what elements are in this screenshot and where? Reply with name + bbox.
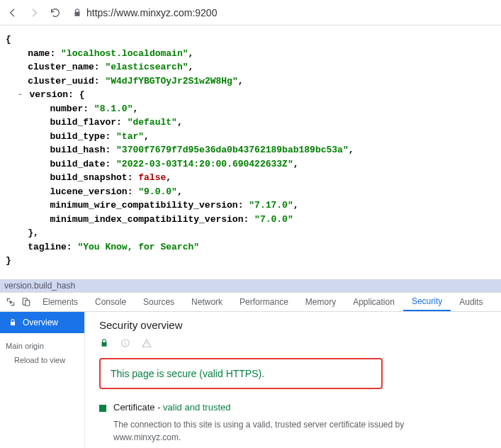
overview-label: Overview: [23, 318, 58, 327]
browser-toolbar: https://www.minxyz.com:9200: [0, 0, 501, 26]
inspect-icon[interactable]: [3, 297, 18, 307]
json-path-breadcrumb: version.build_hash: [0, 279, 501, 292]
url-port: :9200: [192, 7, 217, 18]
lock-icon: [72, 8, 82, 18]
sidebar-item-reload[interactable]: Reload to view: [0, 353, 84, 367]
lock-icon: [9, 318, 17, 327]
url-host: www.minxyz.com: [116, 7, 192, 18]
tab-performance[interactable]: Performance: [231, 293, 297, 311]
tab-memory[interactable]: Memory: [297, 293, 344, 311]
tab-security[interactable]: Security: [403, 293, 451, 311]
info-icon: [120, 338, 130, 348]
device-icon[interactable]: [18, 297, 34, 307]
json-viewer: { name: "localhost.localdomain", cluster…: [0, 26, 501, 279]
url-scheme: https://: [86, 7, 116, 18]
cert-prefix: Certificate -: [113, 402, 163, 413]
back-button[interactable]: [6, 6, 20, 20]
tab-audits[interactable]: Audits: [451, 293, 491, 311]
warning-icon: [142, 338, 152, 348]
secure-callout: This page is secure (valid HTTPS).: [99, 358, 383, 389]
lock-icon: [99, 338, 109, 348]
url-text: https://www.minxyz.com:9200: [86, 7, 217, 18]
security-body: Security overview This page is secure (v…: [85, 312, 501, 449]
forward-button[interactable]: [27, 6, 41, 20]
security-panel: Overview Main origin Reload to view Secu…: [0, 312, 501, 449]
svg-rect-5: [146, 342, 147, 344]
tab-sources[interactable]: Sources: [135, 293, 183, 311]
tab-network[interactable]: Network: [183, 293, 231, 311]
svg-point-3: [125, 340, 125, 341]
reload-button[interactable]: [48, 6, 62, 20]
certificate-row: Certificate - valid and trusted: [99, 402, 487, 413]
tab-elements[interactable]: Elements: [34, 293, 86, 311]
collapse-toggle[interactable]: -: [17, 88, 24, 102]
svg-point-6: [146, 345, 147, 345]
certificate-description: The connection to this site is using a v…: [113, 418, 411, 444]
address-bar[interactable]: https://www.minxyz.com:9200: [69, 7, 495, 18]
overview-pill[interactable]: Overview: [0, 312, 84, 333]
certificate-title: Certificate - valid and trusted: [113, 402, 230, 413]
svg-rect-1: [26, 300, 30, 306]
devtools-tabs: Elements Console Sources Network Perform…: [0, 292, 501, 312]
security-sidebar: Overview Main origin Reload to view: [0, 312, 85, 449]
tab-console[interactable]: Console: [86, 293, 135, 311]
tab-application[interactable]: Application: [344, 293, 403, 311]
status-square-icon: [99, 405, 106, 412]
cert-status: valid and trusted: [163, 402, 230, 413]
security-state-icons: [99, 338, 487, 348]
security-title: Security overview: [99, 319, 487, 331]
sidebar-heading: Main origin: [0, 333, 84, 353]
svg-rect-4: [125, 342, 125, 345]
